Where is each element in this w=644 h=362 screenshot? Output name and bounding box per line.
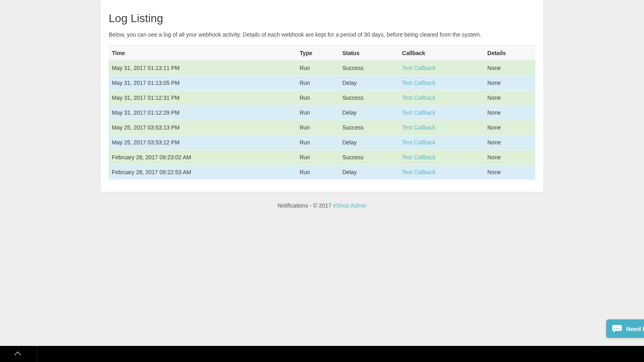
cell-status: Success: [339, 120, 398, 135]
table-row: February 28, 2017 09:22:53 AMRunDelayTes…: [109, 165, 535, 180]
col-header-details: Details: [484, 46, 535, 61]
cell-time: February 28, 2017 09:22:53 AM: [109, 165, 296, 180]
cell-type: Run: [296, 165, 339, 180]
page-description: Below, you can see a log of all your web…: [109, 31, 535, 39]
table-body: May 31, 2017 01:13:11 PMRunSuccessTest C…: [109, 61, 535, 180]
cell-type: Run: [296, 120, 339, 135]
cell-time: May 25, 2017 03:53:12 PM: [109, 135, 296, 150]
col-header-status: Status: [339, 46, 398, 61]
test-callback-link[interactable]: Test Callback: [402, 109, 436, 116]
cell-details: None: [484, 120, 535, 135]
cell-status: Delay: [339, 165, 398, 180]
test-callback-link[interactable]: Test Callback: [402, 65, 436, 71]
cell-callback: Test Callback: [399, 90, 484, 105]
footer-link[interactable]: eShop Admin: [333, 202, 366, 209]
test-callback-link[interactable]: Test Callback: [402, 154, 436, 160]
table-row: May 31, 2017 01:12:31 PMRunSuccessTest C…: [109, 90, 535, 105]
help-label: Need he: [626, 325, 644, 332]
cell-details: None: [484, 61, 535, 76]
cell-type: Run: [296, 150, 339, 165]
table-row: May 31, 2017 01:13:11 PMRunSuccessTest C…: [109, 61, 535, 76]
cell-details: None: [484, 105, 535, 120]
table-row: May 31, 2017 01:13:05 PMRunDelayTest Cal…: [109, 76, 535, 90]
test-callback-link[interactable]: Test Callback: [402, 169, 436, 175]
cell-status: Success: [339, 61, 398, 76]
col-header-type: Type: [296, 46, 339, 61]
cell-time: May 31, 2017 01:12:29 PM: [109, 105, 296, 120]
test-callback-link[interactable]: Test Callback: [402, 124, 436, 131]
scroll-to-top-button[interactable]: [0, 346, 37, 362]
test-callback-link[interactable]: Test Callback: [402, 139, 436, 146]
cell-callback: Test Callback: [399, 135, 484, 150]
cell-type: Run: [296, 76, 339, 90]
cell-callback: Test Callback: [399, 76, 484, 90]
footer: Notifications - © 2017 eShop Admin: [0, 200, 644, 217]
table-header-row: Time Type Status Callback Details: [109, 46, 535, 61]
cell-status: Delay: [339, 76, 398, 90]
cell-callback: Test Callback: [399, 105, 484, 120]
col-header-callback: Callback: [399, 46, 484, 61]
cell-details: None: [484, 90, 535, 105]
chevron-up-icon: [14, 352, 21, 358]
cell-details: None: [484, 135, 535, 150]
footer-prefix: Notifications - © 2017: [277, 202, 333, 209]
cell-type: Run: [296, 90, 339, 105]
log-card: Log Listing Below, you can see a log of …: [101, 0, 543, 192]
cell-time: May 25, 2017 03:53:13 PM: [109, 120, 296, 135]
bottom-bar: [0, 346, 644, 362]
table-row: February 28, 2017 09:23:02 AMRunSuccessT…: [109, 150, 535, 165]
cell-details: None: [484, 165, 535, 180]
cell-time: May 31, 2017 01:13:05 PM: [109, 76, 296, 90]
cell-status: Success: [339, 90, 398, 105]
cell-callback: Test Callback: [399, 120, 484, 135]
cell-type: Run: [296, 61, 339, 76]
cell-callback: Test Callback: [399, 61, 484, 76]
cell-type: Run: [296, 135, 339, 150]
chat-icon: [612, 324, 622, 333]
col-header-time: Time: [109, 46, 296, 61]
test-callback-link[interactable]: Test Callback: [402, 80, 436, 86]
cell-time: February 28, 2017 09:23:02 AM: [109, 150, 296, 165]
table-row: May 31, 2017 01:12:29 PMRunDelayTest Cal…: [109, 105, 535, 120]
cell-callback: Test Callback: [399, 165, 484, 180]
log-table: Time Type Status Callback Details May 31…: [109, 45, 535, 180]
help-widget[interactable]: Need he: [606, 319, 644, 338]
cell-status: Success: [339, 150, 398, 165]
cell-status: Delay: [339, 105, 398, 120]
cell-details: None: [484, 76, 535, 90]
table-row: May 25, 2017 03:53:12 PMRunDelayTest Cal…: [109, 135, 535, 150]
cell-status: Delay: [339, 135, 398, 150]
cell-details: None: [484, 150, 535, 165]
cell-type: Run: [296, 105, 339, 120]
page-title: Log Listing: [109, 8, 535, 25]
cell-callback: Test Callback: [399, 150, 484, 165]
cell-time: May 31, 2017 01:12:31 PM: [109, 90, 296, 105]
test-callback-link[interactable]: Test Callback: [402, 95, 436, 101]
table-row: May 25, 2017 03:53:13 PMRunSuccessTest C…: [109, 120, 535, 135]
cell-time: May 31, 2017 01:13:11 PM: [109, 61, 296, 76]
